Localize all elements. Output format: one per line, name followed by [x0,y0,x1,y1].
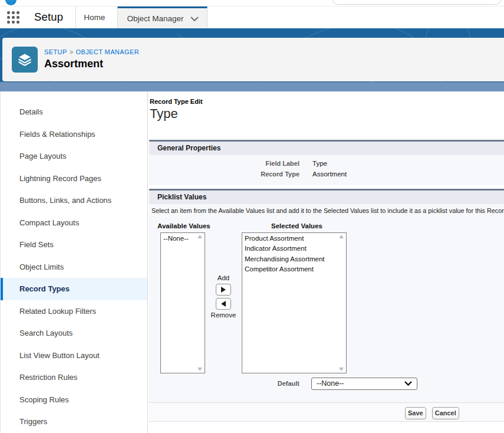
sidebar-item-triggers[interactable]: Triggers [1,411,147,433]
field-row-record-type: Record TypeAssortment [149,169,504,179]
picklist-description: Select an item from the Available Values… [151,207,504,215]
sidebar-item-record-types[interactable]: Record Types [1,278,147,300]
add-remove-controls: Add Remove [205,232,242,373]
app-launcher-icon[interactable] [7,11,20,24]
breadcrumb-setup-link[interactable]: SETUP [44,48,67,55]
remove-label: Remove [211,311,236,319]
picklist-values-section: Picklist Values Select an item from the … [149,189,504,422]
sidebar-item-scoping-rules[interactable]: Scoping Rules [1,389,147,411]
tab-home-label: Home [84,13,105,22]
available-values-listbox[interactable]: --None-- [160,232,205,373]
breadcrumb-separator: > [67,48,76,55]
app-title: Setup [34,11,63,28]
salesforce-logo [5,0,17,5]
remove-button[interactable] [216,298,231,310]
dual-list-row: --None-- Add [160,232,504,373]
chevron-down-icon [190,14,199,23]
selected-values-listbox[interactable]: Product AssortmentIndicator AssortmentMe… [242,232,347,373]
field-row-field-label: Field LabelType [149,158,504,169]
sidebar-item-lightning-record-pages[interactable]: Lightning Record Pages [1,168,147,190]
field-value: Type [299,160,327,167]
sidebar-item-fields-relationships[interactable]: Fields & Relationships [1,123,147,146]
page-subtitle: Record Type Edit [149,98,504,105]
sidebar-item-list-view-button-layout[interactable]: List View Button Layout [1,345,147,367]
object-header-text: SETUP>OBJECT MANAGER Assortment [44,47,139,81]
picklist-option-merchandising-assortment[interactable]: Merchandising Assortment [242,254,346,264]
default-label: Default [149,380,299,387]
add-label: Add [218,274,229,282]
save-button[interactable]: Save [405,407,426,419]
picklist-option-competitor-assortment[interactable]: Competitor Assortment [242,264,346,274]
global-search-input[interactable] [332,0,502,5]
chevron-down-icon [404,381,412,386]
tab-home[interactable]: Home [76,6,117,28]
sidebar-item-related-lookup-filters[interactable]: Related Lookup Filters [1,300,147,323]
setup-navbar: Setup Home Object Manager [0,6,504,28]
setup-banner: SETUP>OBJECT MANAGER Assortment [0,28,504,91]
object-title: Assortment [44,58,139,70]
arrow-right-icon [221,287,226,293]
sidebar-item-search-layouts[interactable]: Search Layouts [1,322,147,345]
general-properties-body: Field LabelTypeRecord TypeAssortment [149,155,504,185]
sidebar-item-compact-layouts[interactable]: Compact Layouts [1,212,147,234]
object-manager-sidebar: DetailsFields & RelationshipsPage Layout… [0,91,148,433]
form-footer: Save Cancel [149,402,504,422]
field-label: Field Label [149,160,299,167]
default-select-value: --None-- [317,379,404,388]
selected-scrollbar[interactable] [338,235,344,371]
page-heading: Type [149,106,504,122]
picklist-values-body: Select an item from the Available Values… [149,204,504,422]
field-label: Record Type [149,170,299,178]
picklist-option-indicator-assortment[interactable]: Indicator Assortment [242,243,346,254]
scroll-up-icon[interactable] [197,235,202,238]
sidebar-item-restriction-rules[interactable]: Restriction Rules [1,366,147,389]
global-header-bar [0,0,504,6]
general-properties-section: General Properties Field LabelTypeRecord… [149,140,504,185]
scroll-down-icon[interactable] [339,368,344,371]
scroll-down-icon[interactable] [197,368,202,371]
picklist-option-product-assortment[interactable]: Product Assortment [242,233,346,244]
sidebar-item-page-layouts[interactable]: Page Layouts [1,145,147,168]
body-row: DetailsFields & RelationshipsPage Layout… [0,91,504,433]
object-header-card: SETUP>OBJECT MANAGER Assortment [2,38,504,81]
dual-list-labels: Available Values Selected Values [149,222,504,230]
sidebar-item-field-sets[interactable]: Field Sets [1,234,147,256]
available-scrollbar[interactable] [196,235,203,371]
sidebar-item-details[interactable]: Details [1,101,147,123]
default-select[interactable]: --None-- [311,378,417,390]
breadcrumb: SETUP>OBJECT MANAGER [44,48,139,55]
record-type-edit-content: Record Type Edit Type General Properties… [148,91,504,433]
sidebar-item-buttons-links-and-actions[interactable]: Buttons, Links, and Actions [1,189,147,212]
tab-object-manager-label: Object Manager [127,14,183,23]
picklist-values-header: Picklist Values [149,191,504,204]
breadcrumb-object-manager-link[interactable]: OBJECT MANAGER [76,48,139,55]
arrow-left-icon [221,301,226,307]
general-properties-header: General Properties [149,142,504,155]
tab-object-manager[interactable]: Object Manager [117,6,207,28]
field-value: Assortment [299,170,347,178]
object-layers-icon [12,47,38,73]
default-row: Default --None-- [149,378,504,390]
available-values-label: Available Values [157,222,210,229]
sidebar-item-object-limits[interactable]: Object Limits [1,256,147,278]
scroll-up-icon[interactable] [339,235,344,238]
salesforce-setup-screen: Setup Home Object Manager [0,0,504,433]
cancel-button[interactable]: Cancel [432,407,459,419]
add-button[interactable] [216,284,231,296]
selected-values-label: Selected Values [271,222,322,229]
